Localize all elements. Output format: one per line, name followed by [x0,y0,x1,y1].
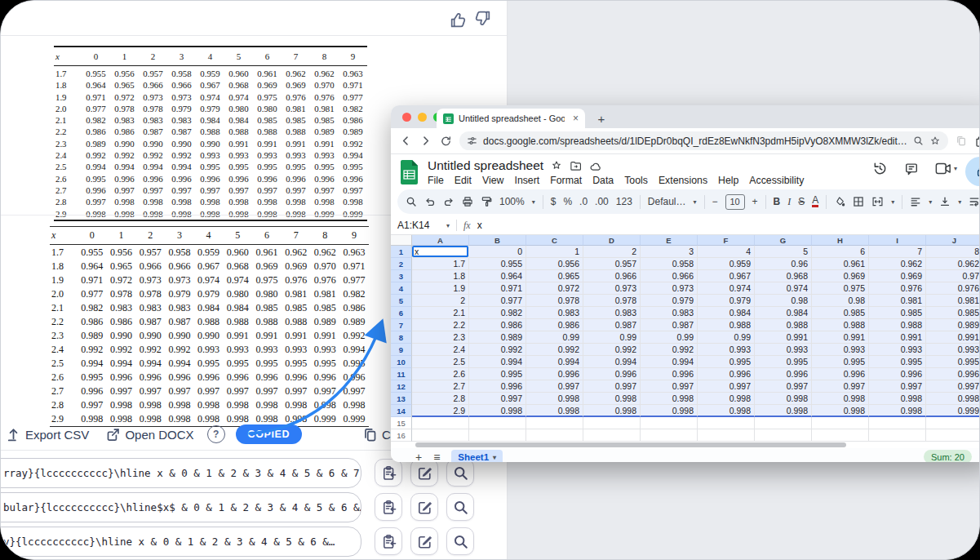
sheet-cell[interactable]: 0.996 [926,368,980,380]
sheet-cell[interactable]: 0.962 [869,258,926,270]
sheet-cell[interactable]: 1 [526,246,583,258]
sheet-cell[interactable]: 0.983 [583,307,641,319]
sheet-cell[interactable]: 0.993 [812,344,869,356]
share-button[interactable] [965,157,980,186]
sheet-cell[interactable]: 0.998 [469,405,526,417]
sheet-cell[interactable]: 0.985 [869,307,926,319]
scrollbar-thumb[interactable] [415,442,846,447]
sheet-cell[interactable]: 0.974 [755,282,812,295]
sheet-cell[interactable]: 0.992 [641,344,698,356]
sheet-cell[interactable]: 1.7 [412,258,469,270]
formula-input[interactable]: x [477,220,482,231]
sheet-cell[interactable] [641,429,698,442]
sheet-cell[interactable]: 0.958 [641,258,698,270]
sheet-cell[interactable]: 0.993 [869,344,926,356]
sheet-cell[interactable]: 0.984 [755,307,812,319]
all-sheets-button[interactable]: ≡ [433,451,440,462]
sheet-cell[interactable]: 0.998 [583,393,641,405]
sheet-cell[interactable]: x [412,246,469,258]
sheet-cell[interactable]: 0.997 [869,380,926,393]
undo-icon[interactable] [424,196,436,207]
sheet-cell[interactable]: 0.993 [755,344,812,356]
sheet-cell[interactable]: 2 [583,246,641,258]
borders-icon[interactable] [853,196,864,207]
column-header[interactable]: I [869,235,926,246]
row-header[interactable]: 14 [391,405,412,417]
sheet-cell[interactable]: 0.992 [469,344,526,356]
italic-button[interactable]: I [787,196,791,208]
sheet-cell[interactable]: 0.993 [926,344,980,356]
row-header[interactable]: 3 [391,270,412,282]
sheet-cell[interactable]: 0.996 [641,368,698,380]
sheet-cell[interactable]: 0.991 [926,331,980,344]
sheet-cell[interactable]: 0.981 [869,295,926,307]
sheet-cell[interactable]: 2.9 [412,405,469,417]
sheet-cell[interactable]: 0.998 [812,405,869,417]
sheet-cell[interactable]: 0.965 [526,270,583,282]
column-header[interactable]: D [583,235,641,246]
sheet-cell[interactable]: 0.989 [469,331,526,344]
sheet-cell[interactable]: 7 [869,246,926,258]
column-header[interactable]: C [526,235,583,246]
sheet-cell[interactable]: 0.993 [698,344,755,356]
sheet-cell[interactable] [583,417,641,429]
decrease-font-size-button[interactable]: − [712,196,718,207]
row-header[interactable]: 12 [391,380,412,393]
sheet-cell[interactable]: 0.989 [926,319,980,331]
font-size-input[interactable]: 10 [725,194,745,210]
back-icon[interactable] [399,134,412,148]
site-settings-icon[interactable] [467,136,477,146]
sheet-cell[interactable]: 0.995 [755,356,812,368]
horizontal-align-icon[interactable] [910,196,921,207]
star-icon[interactable] [551,160,562,171]
row-header[interactable]: 4 [391,282,412,295]
sheet-cell[interactable]: 6 [812,246,869,258]
sheet-cell[interactable] [698,429,755,442]
copy-to-clipboard-button[interactable] [375,493,402,521]
sheet-cell[interactable]: 0.998 [812,393,869,405]
sheet-cell[interactable]: 5 [755,246,812,258]
edit-button[interactable] [410,527,438,555]
print-icon[interactable] [462,196,473,207]
sheet-cell[interactable] [812,417,869,429]
thumbs-up-icon[interactable] [449,10,468,29]
sheet-cell[interactable] [469,417,526,429]
sheet-cell[interactable]: 8 [926,246,980,258]
copy-to-clipboard-button[interactable] [375,459,402,487]
row-header[interactable]: 10 [391,356,412,368]
sheet-cell[interactable]: 0.988 [869,319,926,331]
sheet-cell[interactable]: 0.998 [926,393,980,405]
camera-caret-icon[interactable]: ▾ [954,165,957,172]
sheet-cell[interactable]: 0.969 [812,270,869,282]
sheet-cell[interactable]: 2.6 [412,368,469,380]
sheet-cell[interactable]: 0.978 [583,295,641,307]
export-csv-button[interactable]: Export CSV [6,427,89,442]
sheet-cell[interactable] [755,429,812,442]
name-box-caret-icon[interactable]: ▾ [446,222,450,229]
sheet-cell[interactable]: 0.957 [583,258,641,270]
column-header[interactable]: G [755,235,812,246]
reload-icon[interactable] [440,135,452,148]
sheet-cell[interactable]: 0.994 [583,356,641,368]
sheet-cell[interactable]: 0.998 [526,405,583,417]
menu-edit[interactable]: Edit [455,175,472,186]
sheet-cell[interactable]: 2 [412,295,469,307]
sheet-cell[interactable]: 0 [469,246,526,258]
new-tab-button[interactable]: + [593,110,610,127]
increase-decimals-button[interactable]: .00 [595,196,609,207]
sheet-cell[interactable]: 0.998 [641,405,698,417]
move-folder-icon[interactable] [570,160,582,171]
sheet-cell[interactable]: 0.995 [926,356,980,368]
sheet-cell[interactable]: 0.998 [526,393,583,405]
menu-format[interactable]: Format [550,175,582,186]
format-percent-button[interactable]: % [563,196,572,207]
row-header[interactable]: 15 [391,417,412,429]
column-header[interactable]: A [412,235,469,246]
version-history-icon[interactable] [872,161,888,176]
sheet-cell[interactable] [583,429,641,442]
sheet-cell[interactable]: 0.959 [698,258,755,270]
sheet-cell[interactable]: 0.978 [526,295,583,307]
column-header[interactable]: B [469,235,526,246]
sheet-cell[interactable]: 0.983 [526,307,583,319]
forward-icon[interactable] [419,134,432,148]
